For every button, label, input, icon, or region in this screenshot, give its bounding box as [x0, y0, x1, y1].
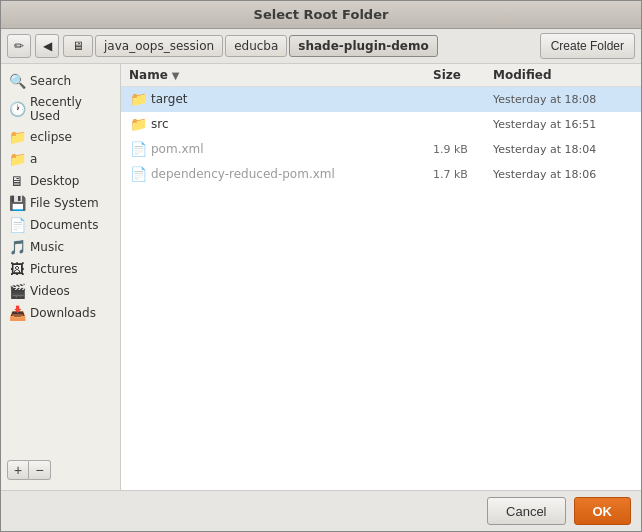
- edit-button[interactable]: ✏: [7, 34, 31, 58]
- breadcrumb-root[interactable]: 🖥: [63, 35, 93, 57]
- add-sidebar-button[interactable]: +: [7, 460, 29, 480]
- sidebar-add-remove: + −: [1, 456, 120, 484]
- sidebar-item-documents[interactable]: 📄 Documents: [1, 214, 120, 236]
- sidebar-item-a[interactable]: 📁 a: [1, 148, 120, 170]
- file-list-header: Name ▼ Size Modified: [121, 64, 641, 87]
- sidebar-item-eclipse[interactable]: 📁 eclipse: [1, 126, 120, 148]
- breadcrumb-shade[interactable]: shade-plugin-demo: [289, 35, 437, 57]
- breadcrumb: 🖥 java_oops_session educba shade-plugin-…: [63, 35, 536, 57]
- file-modified: Yesterday at 18:08: [493, 93, 633, 106]
- folder-icon-a: 📁: [9, 151, 25, 167]
- sidebar-item-pictures[interactable]: 🖼 Pictures: [1, 258, 120, 280]
- sidebar-item-music[interactable]: 🎵 Music: [1, 236, 120, 258]
- sidebar-item-downloads[interactable]: 📥 Downloads: [1, 302, 120, 324]
- sidebar-label-filesystem: File System: [30, 196, 99, 210]
- sidebar-label-music: Music: [30, 240, 64, 254]
- sidebar-item-desktop[interactable]: 🖥 Desktop: [1, 170, 120, 192]
- file-area: Name ▼ Size Modified 📁 target Yesterday …: [121, 64, 641, 490]
- desktop-icon: 🖥: [9, 173, 25, 189]
- edit-icon: ✏: [14, 39, 24, 53]
- main-content: 🔍 Search 🕐 Recently Used 📁 eclipse 📁 a 🖥…: [1, 64, 641, 490]
- column-modified[interactable]: Modified: [493, 68, 633, 82]
- folder-icon: 📁: [129, 115, 147, 133]
- sidebar-label-videos: Videos: [30, 284, 70, 298]
- file-size: 1.9 kB: [433, 143, 493, 156]
- create-folder-button[interactable]: Create Folder: [540, 33, 635, 59]
- remove-sidebar-button[interactable]: −: [29, 460, 51, 480]
- file-name: target: [151, 92, 433, 106]
- pictures-icon: 🖼: [9, 261, 25, 277]
- sidebar-label-eclipse: eclipse: [30, 130, 72, 144]
- file-size: 1.7 kB: [433, 168, 493, 181]
- folder-icon-eclipse: 📁: [9, 129, 25, 145]
- back-button[interactable]: ◀: [35, 34, 59, 58]
- ok-button[interactable]: OK: [574, 497, 632, 525]
- music-icon: 🎵: [9, 239, 25, 255]
- file-icon: 📄: [129, 165, 147, 183]
- table-row[interactable]: 📄 dependency-reduced-pom.xml 1.7 kB Yest…: [121, 162, 641, 187]
- sidebar-item-search[interactable]: 🔍 Search: [1, 70, 120, 92]
- toolbar: ✏ ◀ 🖥 java_oops_session educba shade-plu…: [1, 29, 641, 64]
- cancel-button[interactable]: Cancel: [487, 497, 565, 525]
- file-list: 📁 target Yesterday at 18:08 📁 src Yester…: [121, 87, 641, 490]
- file-icon: 📄: [129, 140, 147, 158]
- back-icon: ◀: [43, 39, 52, 53]
- file-modified: Yesterday at 16:51: [493, 118, 633, 131]
- column-size[interactable]: Size: [433, 68, 493, 82]
- create-folder-label: Create Folder: [551, 39, 624, 53]
- breadcrumb-educba[interactable]: educba: [225, 35, 287, 57]
- videos-icon: 🎬: [9, 283, 25, 299]
- sidebar-label-desktop: Desktop: [30, 174, 80, 188]
- clock-icon: 🕐: [9, 101, 25, 117]
- dialog: Select Root Folder ✏ ◀ 🖥 java_oops_sessi…: [0, 0, 642, 532]
- sidebar-item-recently-used[interactable]: 🕐 Recently Used: [1, 92, 120, 126]
- filesystem-icon: 💾: [9, 195, 25, 211]
- column-name[interactable]: Name ▼: [129, 68, 433, 82]
- sort-icon: ▼: [172, 70, 180, 81]
- search-icon: 🔍: [9, 73, 25, 89]
- table-row[interactable]: 📄 pom.xml 1.9 kB Yesterday at 18:04: [121, 137, 641, 162]
- breadcrumb-java[interactable]: java_oops_session: [95, 35, 223, 57]
- sidebar: 🔍 Search 🕐 Recently Used 📁 eclipse 📁 a 🖥…: [1, 64, 121, 490]
- file-name: pom.xml: [151, 142, 433, 156]
- sidebar-label-search: Search: [30, 74, 71, 88]
- sidebar-label-a: a: [30, 152, 37, 166]
- documents-icon: 📄: [9, 217, 25, 233]
- sidebar-label-documents: Documents: [30, 218, 98, 232]
- folder-icon: 📁: [129, 90, 147, 108]
- dialog-footer: Cancel OK: [1, 490, 641, 531]
- table-row[interactable]: 📁 src Yesterday at 16:51: [121, 112, 641, 137]
- file-modified: Yesterday at 18:04: [493, 143, 633, 156]
- table-row[interactable]: 📁 target Yesterday at 18:08: [121, 87, 641, 112]
- downloads-icon: 📥: [9, 305, 25, 321]
- sidebar-label-recently-used: Recently Used: [30, 95, 112, 123]
- sidebar-item-filesystem[interactable]: 💾 File System: [1, 192, 120, 214]
- file-name: src: [151, 117, 433, 131]
- file-modified: Yesterday at 18:06: [493, 168, 633, 181]
- sidebar-label-downloads: Downloads: [30, 306, 96, 320]
- dialog-title: Select Root Folder: [254, 7, 389, 22]
- sidebar-item-videos[interactable]: 🎬 Videos: [1, 280, 120, 302]
- file-name: dependency-reduced-pom.xml: [151, 167, 433, 181]
- title-bar: Select Root Folder: [1, 1, 641, 29]
- sidebar-label-pictures: Pictures: [30, 262, 78, 276]
